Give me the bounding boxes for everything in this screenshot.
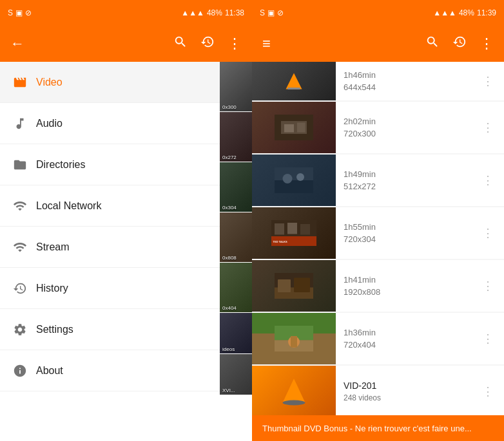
video-duration-6: 1h36min [344, 328, 469, 337]
video-list: 1h46min 644x544 ⋮ 2h02min 720x300 [252, 62, 504, 441]
wifi-icon: ▲▲▲ [181, 8, 204, 17]
thumb-placeholder-3 [252, 155, 336, 206]
overlay-text-4: 0x808 [222, 255, 249, 261]
video-item-5[interactable]: 1h41min 1920x808 ⋮ [252, 260, 504, 312]
battery-right: 48% [459, 8, 474, 17]
more-options-5[interactable]: ⋮ [477, 274, 499, 298]
left-status-right: ▲▲▲ 48% 11:38 [181, 8, 244, 17]
video-thumb-7 [252, 366, 336, 417]
folder-icon [13, 158, 36, 172]
history-button-right[interactable] [452, 35, 467, 53]
right-status-right: ▲▲▲ 48% 11:39 [433, 8, 496, 17]
video-resolution-6: 720x404 [344, 340, 469, 350]
video-info-5: 1h41min 1920x808 [336, 270, 477, 302]
video-thumb-5 [252, 260, 336, 312]
more-options-1[interactable]: ⋮ [477, 69, 499, 93]
svg-rect-19 [294, 278, 310, 293]
svg-point-8 [283, 174, 293, 183]
search-button-left[interactable] [173, 35, 188, 53]
search-icon-right [425, 35, 440, 49]
photo-icon: ▣ [15, 8, 23, 17]
video-item-2[interactable]: 2h02min 720x300 ⋮ [252, 102, 504, 153]
left-status-icons: S ▣ ⊘ [8, 8, 32, 17]
right-panel: S ▣ ⊘ ▲▲▲ 48% 11:39 ≡ ⋮ [252, 0, 504, 441]
more-options-7[interactable]: ⋮ [477, 379, 499, 404]
video-icon [13, 75, 36, 89]
sidebar-item-video-label: Video [36, 77, 63, 88]
svg-rect-4 [284, 124, 294, 133]
thumb-placeholder-4: TED TALKS [252, 207, 336, 259]
scene-3 [275, 167, 313, 193]
toolbar-right: ≡ ⋮ [252, 26, 504, 62]
sidebar-item-audio[interactable]: Audio [0, 103, 252, 144]
sidebar-item-about[interactable]: About [0, 350, 252, 391]
sidebar-item-about-label: About [36, 365, 63, 377]
sidebar-item-local-network[interactable]: Local Network [0, 185, 252, 227]
block-icon-right: ⊘ [277, 8, 284, 17]
video-info-2: 2h02min 720x300 [336, 111, 477, 144]
search-icon [173, 35, 188, 49]
history-icon-right [452, 35, 467, 49]
search-button-right[interactable] [425, 35, 440, 53]
nav-menu: Video Audio Directories [0, 62, 252, 441]
back-button[interactable]: ← [10, 35, 24, 52]
sidebar-item-history-label: History [36, 283, 68, 294]
svg-text:TED TALKS: TED TALKS [273, 240, 287, 243]
time-right: 11:39 [477, 8, 496, 17]
stream-icon [13, 240, 36, 254]
video-item-6[interactable]: 1h36min 720x404 ⋮ [252, 313, 504, 364]
thumb-placeholder-6 [252, 313, 336, 364]
overlay-text-5: 0x404 [222, 305, 249, 311]
time-left: 11:38 [225, 8, 244, 17]
overlay-text-3: 0x304 [222, 205, 249, 211]
video-count-7: 248 videos [344, 393, 469, 402]
video-duration-1: 1h46min [344, 70, 469, 80]
wifi-icon-right: ▲▲▲ [433, 8, 456, 17]
video-thumb-2 [252, 102, 336, 153]
video-duration-4: 1h55min [344, 222, 469, 232]
svg-rect-1 [287, 88, 300, 89]
video-item-3[interactable]: 1h49min 512x272 ⋮ [252, 155, 504, 206]
video-thumb-6 [252, 313, 336, 364]
more-options-3[interactable]: ⋮ [477, 168, 499, 192]
sidebar-item-stream[interactable]: Stream [0, 227, 252, 268]
scene-6 [275, 326, 313, 352]
video-title-7: VID-201 [344, 380, 469, 391]
left-overlay: 0x300 0x272 0x304 0x808 0x404 ideos XVI.… [220, 62, 252, 395]
video-item-1[interactable]: 1h46min 644x544 ⋮ [252, 62, 504, 100]
toast-text: Thumbnail DVD Bonus - Ne rien trouver c'… [262, 424, 472, 433]
scene-2 [275, 115, 313, 140]
sidebar-item-video[interactable]: Video [0, 62, 252, 103]
sidebar-item-history[interactable]: History [0, 268, 252, 309]
video-resolution-3: 512x272 [344, 182, 469, 191]
bottom-toast: Thumbnail DVD Bonus - Ne rien trouver c'… [252, 415, 504, 441]
settings-icon [13, 323, 36, 337]
sidebar-item-directories[interactable]: Directories [0, 144, 252, 185]
svg-rect-13 [275, 223, 284, 235]
video-item-7[interactable]: VID-201 248 videos ⋮ [252, 366, 504, 417]
overlay-text-7: XVI... [222, 388, 249, 393]
svg-rect-7 [275, 180, 313, 193]
video-info-4: 1h55min 720x304 [336, 217, 477, 249]
video-duration-2: 2h02min [344, 117, 469, 126]
more-options-4[interactable]: ⋮ [477, 221, 499, 245]
svg-rect-14 [287, 223, 297, 234]
video-resolution-5: 1920x808 [344, 287, 469, 297]
skype-icon-right: S [260, 8, 265, 17]
more-button-left[interactable]: ⋮ [228, 35, 242, 52]
vlc-cone-big [278, 375, 310, 408]
sidebar-item-audio-label: Audio [36, 118, 63, 129]
more-options-6[interactable]: ⋮ [477, 326, 499, 351]
more-button-right[interactable]: ⋮ [480, 35, 494, 52]
skype-icon: S [8, 8, 13, 17]
hamburger-button[interactable]: ≡ [262, 35, 271, 52]
thumb-placeholder-2 [252, 102, 336, 153]
svg-point-9 [296, 173, 304, 181]
history-button-left[interactable] [200, 35, 215, 53]
sidebar-item-settings-label: Settings [36, 324, 73, 335]
more-options-2[interactable]: ⋮ [477, 115, 499, 140]
vlc-cone-1 [281, 68, 307, 94]
sidebar-item-settings[interactable]: Settings [0, 309, 252, 350]
thumb-placeholder-7 [252, 366, 336, 417]
video-item-4[interactable]: TED TALKS 1h55min 720x304 ⋮ [252, 207, 504, 259]
